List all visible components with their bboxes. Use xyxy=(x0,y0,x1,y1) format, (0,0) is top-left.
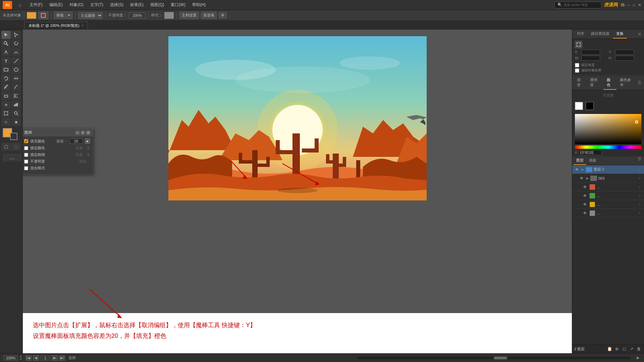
stroke-color-checkbox[interactable] xyxy=(24,146,28,150)
text-tool[interactable]: T xyxy=(1,57,11,65)
pen-tool[interactable] xyxy=(1,48,11,56)
scissors-tool[interactable] xyxy=(11,92,21,100)
menu-effect[interactable]: 效果(E) xyxy=(127,1,146,8)
artboard-tab[interactable]: 画板 xyxy=(586,157,599,165)
w-input[interactable] xyxy=(581,56,600,61)
color-tab[interactable]: 颜色 xyxy=(603,76,616,90)
layer-yellow-eye[interactable]: 👁 xyxy=(582,202,588,207)
panel-close-btn[interactable]: ✕ xyxy=(81,131,85,135)
canvas-wrapper[interactable]: 魔棒 ─ ✕ ☰ 填充颜色 容差： ▶ xyxy=(23,29,572,313)
more-tools-btn[interactable]: … xyxy=(3,154,21,162)
panel-minimize-btn[interactable]: ─ xyxy=(75,131,79,135)
preferences-btn[interactable]: 首选项 xyxy=(201,12,217,19)
h-input[interactable] xyxy=(615,56,634,61)
layers-panel-menu[interactable]: ☰ xyxy=(636,157,643,165)
layer-2-expand[interactable]: ▶ xyxy=(581,168,584,171)
fill-tolerance-input[interactable] xyxy=(69,138,83,144)
layer-003-eye[interactable]: 👁 xyxy=(579,176,584,181)
opacity-tab[interactable]: 透明度 xyxy=(587,76,603,90)
menu-file[interactable]: 文件(F) xyxy=(27,1,45,8)
reflect-tool[interactable] xyxy=(11,74,21,82)
opacity-checkbox[interactable] xyxy=(24,160,28,164)
fill-tolerance-arrow[interactable]: ▶ xyxy=(85,138,90,144)
horizontal-scrollbar[interactable] xyxy=(357,357,631,359)
make-sublayer-btn[interactable]: 📋 xyxy=(606,346,612,352)
new-layer-btn[interactable]: ⊕ xyxy=(614,346,620,352)
graph-tool[interactable] xyxy=(11,101,21,109)
layer-yellow-item[interactable]: 👁 … ○ xyxy=(572,200,644,209)
symbol-tool[interactable]: ⊕ xyxy=(1,101,11,109)
menu-window[interactable]: 窗口(W) xyxy=(168,1,188,8)
curvature-tool[interactable] xyxy=(11,48,21,56)
right-panel-close[interactable]: ✕ xyxy=(637,32,643,37)
first-page-btn[interactable]: |◀ xyxy=(25,355,32,361)
layer-003-expand[interactable]: ▶ xyxy=(586,177,589,180)
document-tab[interactable]: 未标题-1* @ 100% (RGB/预览) × xyxy=(24,22,88,29)
style-color[interactable] xyxy=(164,12,174,19)
color-ref-tab[interactable]: 颜色参考 xyxy=(616,76,636,90)
layer-grey-item[interactable]: 👁 … ○ xyxy=(572,209,644,218)
gradient-tab[interactable]: 渐变 xyxy=(574,76,587,90)
menu-help[interactable]: 帮助(H) xyxy=(190,1,209,8)
layer-red-eye[interactable]: 👁 xyxy=(582,184,588,190)
last-page-btn[interactable]: ▶| xyxy=(59,355,65,361)
fill-color-box[interactable] xyxy=(27,12,36,19)
constrain-proportions[interactable] xyxy=(575,63,579,67)
layer-2-item[interactable]: 👁 ▶ 图层 2 ○ xyxy=(572,165,644,174)
next-page-btn[interactable]: ▶ xyxy=(52,355,58,361)
align-tab[interactable]: 对齐 xyxy=(574,29,588,39)
lasso-tool[interactable] xyxy=(11,40,21,48)
window-maximize[interactable]: □ xyxy=(633,3,635,7)
opacity-input[interactable] xyxy=(129,12,146,18)
layer-green-lock[interactable]: ○ xyxy=(637,193,642,198)
gradient-btn[interactable]: ⬛ xyxy=(11,143,21,151)
fill-color-checkbox[interactable] xyxy=(24,139,28,143)
layer-grey-lock[interactable]: ○ xyxy=(637,211,642,216)
layer-green-item[interactable]: 👁 … ○ xyxy=(572,191,644,200)
menu-select[interactable]: 选择(S) xyxy=(107,1,126,8)
x-input[interactable] xyxy=(581,50,600,55)
hue-slider[interactable] xyxy=(575,145,641,149)
rect-tool[interactable] xyxy=(1,66,11,74)
layer-red-item[interactable]: 👁 … ○ xyxy=(572,183,644,191)
artboard-tool[interactable] xyxy=(1,109,11,117)
view-toggle[interactable]: ◎ xyxy=(1,118,11,126)
magic-wand-tool[interactable] xyxy=(1,40,11,48)
transform-tab[interactable]: 变换 xyxy=(613,29,627,39)
menu-object[interactable]: 对象(O) xyxy=(67,1,86,8)
delete-layer-btn[interactable]: 🗑 xyxy=(636,346,642,352)
fill-none-btn[interactable]: □ xyxy=(1,143,11,151)
pencil-tool[interactable] xyxy=(1,83,11,91)
zoom-input[interactable] xyxy=(3,355,18,361)
eraser-tool[interactable] xyxy=(1,92,11,100)
brush-tool[interactable] xyxy=(11,83,21,91)
stroke-width-checkbox[interactable] xyxy=(24,153,28,157)
desert-artwork[interactable] xyxy=(168,36,427,200)
direct-select-tool[interactable] xyxy=(11,31,21,39)
layer-green-eye[interactable]: 👁 xyxy=(582,193,588,198)
home-icon[interactable]: ⌂ xyxy=(16,1,23,9)
move-to-layer-btn[interactable]: ↗ xyxy=(629,346,635,352)
layer-2-lock[interactable]: ○ xyxy=(637,167,642,172)
black-swatch[interactable] xyxy=(586,102,594,110)
window-minimize[interactable]: ─ xyxy=(627,3,630,7)
line-tool[interactable] xyxy=(11,57,21,65)
color-panel-menu[interactable]: ☰ xyxy=(636,80,643,85)
search-box[interactable]: 🔍 搜索 adobe 帮助 xyxy=(554,2,601,8)
hex-input[interactable] xyxy=(578,150,602,155)
transform-icon[interactable] xyxy=(575,41,582,48)
rotate-tool[interactable] xyxy=(1,74,11,82)
layers-tab[interactable]: 图层 xyxy=(574,157,586,165)
prev-page-btn[interactable]: ◀ xyxy=(33,355,39,361)
background-color[interactable] xyxy=(10,133,17,140)
layer-003-lock[interactable]: ○ xyxy=(637,176,642,181)
doc-settings-btn[interactable]: 文档设置 xyxy=(179,12,199,19)
white-swatch[interactable] xyxy=(575,102,583,110)
menu-view[interactable]: 视图(Q) xyxy=(148,1,167,8)
extra-btn[interactable]: ⚙ xyxy=(219,12,227,18)
window-close[interactable]: ✕ xyxy=(638,3,641,7)
scroll-right-btn[interactable]: ▶ xyxy=(635,355,641,361)
align-pixel[interactable] xyxy=(575,68,579,73)
zoom-tool[interactable] xyxy=(11,109,21,117)
color-picker[interactable] xyxy=(575,114,641,144)
